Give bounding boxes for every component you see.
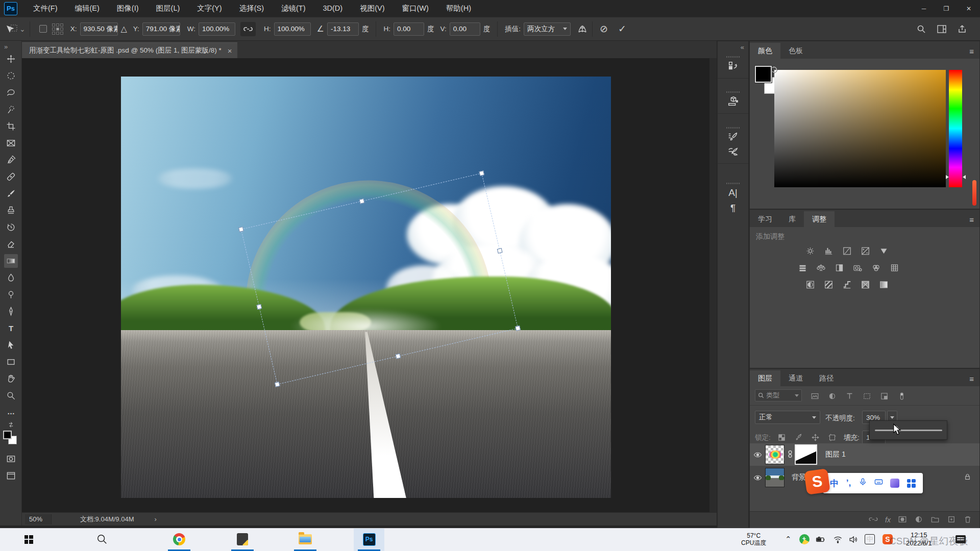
blur-tool[interactable]: [4, 271, 18, 285]
layer-row-layer1[interactable]: 图层 1: [750, 443, 979, 466]
filter-smart-objects-icon[interactable]: [878, 390, 890, 402]
tray-expand-chevron[interactable]: ⌃: [785, 528, 792, 550]
eraser-tool[interactable]: [4, 237, 18, 251]
curves-icon[interactable]: [840, 245, 853, 257]
frame-tool[interactable]: [4, 136, 18, 150]
menu-filter[interactable]: 滤镜(T): [273, 0, 314, 17]
lock-image-pixels-icon[interactable]: [792, 432, 804, 443]
tray-antivirus-icon[interactable]: [799, 528, 810, 550]
ime-toolbox-icon[interactable]: [907, 479, 916, 488]
new-layer-icon[interactable]: [947, 515, 956, 525]
screen-mode-icon[interactable]: [4, 469, 18, 483]
start-button[interactable]: [14, 528, 43, 550]
clone-stamp-tool[interactable]: [4, 204, 18, 217]
exposure-icon[interactable]: [859, 245, 872, 257]
taskbar-editor-icon[interactable]: [228, 528, 257, 550]
filter-adjustment-layers-icon[interactable]: [826, 390, 838, 402]
menu-select[interactable]: 选择(S): [231, 0, 273, 17]
threshold-icon[interactable]: [840, 279, 853, 290]
character-panel-icon[interactable]: A|: [718, 187, 748, 198]
close-button[interactable]: ✕: [958, 0, 980, 17]
battery-icon[interactable]: [816, 528, 825, 550]
new-adjustment-layer-icon[interactable]: [914, 515, 923, 525]
menu-view[interactable]: 视图(V): [351, 0, 393, 17]
filter-type-layers-icon[interactable]: [843, 390, 855, 402]
cpu-temp-widget[interactable]: 57°C CPU温度: [741, 528, 766, 550]
layer-style-icon[interactable]: fx: [885, 516, 891, 524]
layers-panel-menu-icon[interactable]: ≡: [969, 374, 974, 383]
reference-point-locator[interactable]: [52, 23, 63, 35]
transform-handle-tl[interactable]: [238, 227, 244, 232]
status-expand-icon[interactable]: ›: [155, 515, 157, 523]
hue-marker-right[interactable]: [963, 175, 966, 179]
dodge-tool[interactable]: [4, 288, 18, 302]
link-layers-icon[interactable]: [869, 515, 878, 525]
filter-shape-layers-icon[interactable]: [861, 390, 873, 402]
h-skew-input[interactable]: 0.00: [394, 22, 424, 36]
background-name[interactable]: 背景: [792, 473, 806, 482]
brush-settings-panel-icon[interactable]: [718, 132, 748, 143]
tab-color[interactable]: 颜色: [750, 43, 780, 59]
zoom-level-field[interactable]: 50%: [25, 514, 52, 524]
tab-channels[interactable]: 通道: [780, 370, 811, 386]
rotation-input[interactable]: -13.13: [327, 22, 359, 36]
sogou-ime-logo[interactable]: S: [804, 468, 830, 495]
document-tab[interactable]: 用渐变工具绘制七彩虹-原图 .psd @ 50% (图层 1, 图层蒙版/8) …: [22, 42, 237, 58]
add-mask-icon[interactable]: [898, 515, 907, 525]
new-group-icon[interactable]: [930, 515, 940, 525]
history-panel-icon[interactable]: [718, 61, 748, 72]
menu-3d[interactable]: 3D(D): [314, 0, 351, 17]
tab-learn[interactable]: 学习: [750, 211, 780, 227]
brush-tool[interactable]: [4, 187, 18, 201]
more-tools-icon[interactable]: …: [4, 405, 18, 418]
toolbar-collapse-icon[interactable]: »: [4, 43, 8, 51]
close-tab-icon[interactable]: ×: [228, 46, 232, 55]
tool-preset-caret-icon[interactable]: ⌄: [19, 25, 26, 33]
hue-slider[interactable]: [949, 70, 962, 187]
channel-mixer-icon[interactable]: [869, 262, 883, 273]
taskbar-search-button[interactable]: [88, 528, 116, 550]
width-input[interactable]: 100.00%: [199, 22, 235, 36]
color-panel-menu-icon[interactable]: ≡: [969, 47, 974, 56]
ime-chinese-mode-icon[interactable]: 中: [830, 478, 839, 489]
filter-pixel-layers-icon[interactable]: [808, 390, 821, 402]
quick-mask-icon[interactable]: [4, 452, 18, 466]
dock-collapse-icon[interactable]: «: [741, 43, 743, 51]
share-icon[interactable]: [958, 24, 967, 34]
gradient-tool[interactable]: [4, 254, 18, 268]
relative-position-icon[interactable]: △: [121, 24, 127, 34]
tab-swatches[interactable]: 色板: [780, 43, 811, 59]
tab-adjustments[interactable]: 调整: [804, 211, 835, 227]
paragraph-panel-icon[interactable]: ¶: [718, 203, 748, 214]
rectangle-tool[interactable]: [4, 355, 18, 369]
canvas-area[interactable]: [22, 58, 709, 512]
x-input[interactable]: 930.50 像素: [80, 22, 118, 36]
zoom-tool[interactable]: [4, 389, 18, 403]
layer-filter-select[interactable]: 类型: [755, 389, 802, 402]
ime-mic-icon[interactable]: [859, 478, 867, 489]
foreground-swatch[interactable]: [755, 66, 772, 83]
visibility-eye-icon[interactable]: [750, 450, 765, 459]
ime-skin-icon[interactable]: [890, 479, 899, 488]
path-selection-tool[interactable]: [4, 338, 18, 352]
warp-mode-icon[interactable]: [577, 24, 588, 34]
lock-artboard-icon[interactable]: [826, 432, 838, 443]
elliptical-marquee-tool[interactable]: [4, 69, 18, 83]
background-thumbnail[interactable]: [765, 468, 785, 487]
v-skew-input[interactable]: 0.00: [450, 22, 480, 36]
vibrance-icon[interactable]: [877, 245, 890, 257]
filter-toggle-icon[interactable]: [895, 390, 908, 402]
levels-icon[interactable]: [822, 245, 835, 257]
menu-layer[interactable]: 图层(L): [148, 0, 189, 17]
color-lookup-icon[interactable]: [888, 262, 901, 273]
foreground-color-swatch[interactable]: [3, 431, 12, 439]
toggle-reference-point-checkbox[interactable]: [39, 25, 47, 33]
layer1-thumbnail[interactable]: [765, 445, 785, 464]
taskbar-chrome-icon[interactable]: [165, 528, 193, 550]
menu-window[interactable]: 窗口(W): [394, 0, 437, 17]
workspace-switcher-icon[interactable]: [937, 25, 946, 33]
quick-selection-tool[interactable]: [4, 103, 18, 116]
type-tool[interactable]: T: [4, 321, 18, 335]
adjustments-panel-menu-icon[interactable]: ≡: [969, 215, 974, 224]
opacity-slider-track[interactable]: [875, 430, 942, 431]
